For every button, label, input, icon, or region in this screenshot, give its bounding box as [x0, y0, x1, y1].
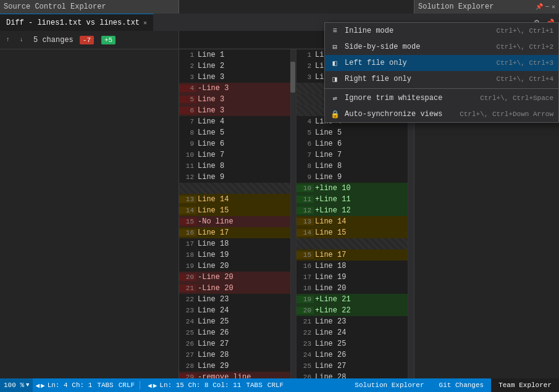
line-number: 22 [296, 329, 314, 336]
source-control-title: Source Control Explorer [4, 2, 106, 11]
line-number: 15 [179, 218, 196, 225]
status-bar: 100 % ▼ ◀ ▶ Ln: 4 Ch: 1 TABS CRLF ◀ ▶ Ln… [0, 378, 559, 392]
diff-tab[interactable]: Diff - lines1.txt vs lines.txt ✕ [0, 14, 154, 31]
left-diff-pane[interactable]: 1 Line 12 Line 23 Line 34-Line 35 Line 3… [179, 49, 290, 378]
line-number: 5 [296, 129, 314, 136]
diff-line-row: 21 Line 23 [296, 316, 408, 327]
diff-line-row: 3 Line 3 [179, 72, 290, 83]
diff-line-row: 23 Line 25 [296, 338, 408, 349]
trim-whitespace-menu-label: Ignore trim whitespace [414, 94, 475, 102]
line-content: Line 24 [196, 306, 290, 315]
line-number: 25 [179, 329, 196, 336]
right-prev-arrow[interactable]: ◀ [148, 382, 152, 390]
diff-line-row: 15-No line [179, 216, 290, 227]
line-number: 2 [296, 62, 314, 70]
side-by-side-shortcut: Ctrl+\, Ctrl+2 [497, 49, 553, 51]
line-content: Line 28 [314, 373, 408, 378]
diff-line-row: 22 Line 24 [296, 327, 408, 338]
diff-line-row: 8 Line 8 [296, 161, 408, 172]
line-number: 8 [296, 162, 314, 170]
line-number: 22 [179, 296, 196, 303]
line-number: 28 [179, 362, 196, 370]
line-content: Line 7 [314, 151, 408, 159]
line-number: 9 [296, 173, 314, 181]
line-content: Line 18 [196, 240, 290, 248]
line-content: -No line [196, 217, 290, 226]
line-number: 12 [179, 173, 196, 181]
line-number: 17 [179, 240, 196, 248]
line-content: Line 2 [196, 62, 290, 70]
plus-badge: +5 [101, 36, 116, 44]
diff-line-row: 10 Line 7 [179, 149, 290, 161]
line-content: Line 29 [196, 362, 290, 370]
nav-down-button[interactable]: ↓ [16, 35, 27, 46]
right-tabs: TABS [246, 382, 262, 389]
line-number: 12 [296, 207, 314, 214]
line-content: Line 25 [314, 340, 408, 348]
diff-line-row: 20+Line 22 [296, 305, 408, 316]
diff-tab-close[interactable]: ✕ [143, 19, 147, 27]
zoom-indicator[interactable]: 100 % ▼ [0, 378, 33, 392]
diff-line-row: 15 Line 17 [296, 249, 408, 261]
diff-line-row: 18 Line 19 [179, 249, 290, 261]
line-number: 14 [296, 229, 314, 236]
line-number: 6 [296, 140, 314, 148]
zoom-level: 100 % [4, 382, 24, 389]
line-content: +Line 22 [314, 306, 408, 315]
line-content: Line 20 [196, 262, 290, 270]
menu-item-right-file[interactable]: ◨Right file onlyCtrl+\, Ctrl+4 [414, 71, 558, 87]
line-number: 29 [179, 373, 196, 378]
menu-item-side-by-side[interactable]: ⊟Side-by-side modeCtrl+\, Ctrl+2 [414, 49, 558, 55]
right-next-arrow[interactable]: ▶ [153, 382, 158, 390]
line-content: Line 23 [196, 295, 290, 304]
right-position: Ln: 15 Ch: 8 Col: 11 [159, 382, 241, 389]
line-number: 18 [179, 251, 196, 259]
solution-title-bar: Solution Explorer 📌 — ✕ [414, 0, 559, 14]
pin-icon[interactable]: 📌 [536, 3, 543, 10]
line-number: 19 [179, 262, 196, 270]
line-content: Line 27 [196, 340, 290, 348]
line-content: -Line 3 [196, 84, 290, 93]
team-explorer-tab[interactable]: Team Explorer [491, 378, 559, 392]
menu-separator [414, 88, 558, 89]
diff-line-row: 22 Line 23 [179, 294, 290, 305]
left-next-arrow[interactable]: ▶ [41, 382, 45, 390]
nav-up-button[interactable]: ↑ [2, 35, 14, 46]
line-number: 26 [179, 340, 196, 348]
diff-line-row: 8 Line 5 [179, 127, 290, 138]
line-number: 20 [296, 307, 314, 314]
left-tabs: TABS [97, 382, 113, 389]
solution-explorer-title: Solution Explorer [418, 2, 494, 11]
line-content: Line 6 [196, 140, 290, 148]
minimize-icon[interactable]: — [545, 3, 549, 10]
diff-line-row: 13 Line 14 [179, 194, 290, 205]
diff-line-row: 16 Line 17 [179, 227, 290, 238]
left-prev-arrow[interactable]: ◀ [35, 382, 40, 390]
right-file-menu-label: Right file only [414, 75, 492, 83]
line-number: 21 [179, 285, 196, 292]
line-number: 9 [179, 140, 196, 148]
diff-line-row: 25 Line 26 [179, 327, 290, 338]
line-content: Line 26 [314, 351, 408, 359]
line-number: 21 [296, 318, 314, 325]
line-number: 5 [179, 96, 196, 103]
source-control-panel [0, 49, 179, 378]
line-content: Line 28 [196, 351, 290, 359]
menu-item-left-file[interactable]: ◧Left file onlyCtrl+\, Ctrl+3 [414, 55, 558, 71]
diff-line-row: 6 Line 6 [296, 138, 408, 149]
right-nav-arrows: ◀ ▶ [145, 382, 159, 390]
diff-line-row: 24 Line 25 [179, 316, 290, 327]
diff-line-row: 1 Line 1 [179, 49, 290, 60]
menu-item-trim-whitespace[interactable]: ⇌Ignore trim whitespaceCtrl+\, Ctrl+Spac… [414, 90, 558, 106]
status-tabs: Solution Explorer Git Changes Team Explo… [347, 378, 559, 392]
line-content: Line 24 [314, 328, 408, 337]
close-icon[interactable]: ✕ [552, 3, 555, 10]
left-scroll-thumb [290, 62, 295, 93]
diff-line-row: 13 Line 14 [296, 216, 408, 227]
line-number: 1 [296, 51, 314, 59]
solution-explorer-tab[interactable]: Solution Explorer [347, 378, 431, 392]
line-content: Line 9 [314, 173, 408, 181]
git-changes-tab[interactable]: Git Changes [432, 378, 492, 392]
menu-item-auto-sync[interactable]: 🔒Auto-synchronize viewsCtrl+\, Ctrl+Down… [414, 106, 558, 122]
diff-line-row: 11+Line 11 [296, 194, 408, 205]
